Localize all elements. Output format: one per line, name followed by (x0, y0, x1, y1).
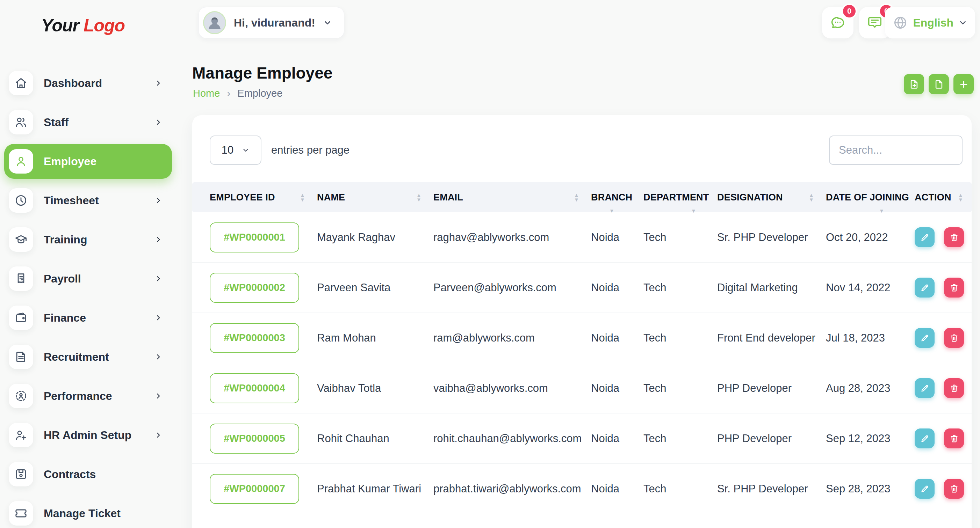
sidebar-item-employee[interactable]: Employee (4, 144, 172, 179)
sidebar-item-dashboard[interactable]: Dashboard (4, 66, 172, 101)
employee-branch: Noida (591, 483, 643, 495)
delete-button[interactable] (944, 328, 964, 348)
table-row: #WP0000003 Ram Mohan ram@ablyworks.com N… (192, 313, 972, 363)
breadcrumb-separator: › (227, 87, 230, 99)
entries-per-page-select[interactable]: 10 (210, 135, 261, 165)
chevron-right-icon (154, 275, 162, 282)
employee-email: prabhat.tiwari@ablyworks.com (433, 483, 591, 495)
pencil-icon (920, 333, 930, 343)
employee-email: vaibha@ablyworks.com (433, 382, 591, 395)
sidebar-item-staff[interactable]: Staff (4, 105, 172, 140)
edit-button[interactable] (915, 428, 935, 449)
employee-name: Rohit Chauhan (317, 432, 433, 445)
employee-id-badge[interactable]: #WP0000003 (210, 323, 299, 353)
target-icon (9, 384, 33, 408)
sidebar-item-label: Manage Ticket (44, 507, 121, 520)
trash-icon (949, 233, 959, 243)
employee-id-badge[interactable]: #WP0000005 (210, 423, 299, 453)
trash-icon (949, 484, 959, 494)
delete-button[interactable] (944, 277, 964, 298)
chevron-right-icon (154, 197, 162, 204)
sidebar-item-label: Timesheet (44, 194, 99, 207)
trash-icon (949, 333, 959, 343)
ticket-icon (9, 501, 33, 526)
trash-icon (949, 283, 959, 293)
sidebar-item-label: Training (44, 233, 87, 246)
user-plus-icon (9, 423, 33, 447)
sidebar-item-timesheet[interactable]: Timesheet (4, 183, 172, 218)
file-export-icon (909, 79, 920, 90)
sidebar-item-payroll[interactable]: Payroll (4, 261, 172, 296)
sidebar-item-performance[interactable]: Performance (4, 379, 172, 414)
delete-button[interactable] (944, 428, 964, 449)
edit-button[interactable] (915, 378, 935, 398)
globe-icon (892, 15, 908, 30)
employee-id-badge[interactable]: #WP0000004 (210, 373, 299, 403)
delete-button[interactable] (944, 227, 964, 247)
employee-department: Tech (643, 231, 717, 244)
search-input[interactable] (829, 135, 963, 165)
sort-icon: ▲▼ (416, 193, 422, 201)
file-button[interactable] (929, 74, 949, 94)
wallet-icon (9, 306, 33, 330)
th-designation[interactable]: DESIGNATION ▲▼ (717, 192, 826, 203)
employee-designation: Digital Marketing (717, 281, 826, 294)
th-date-of-joining[interactable]: DATE OF JOINING ▼ (826, 192, 915, 203)
sidebar-item-hr-admin-setup[interactable]: HR Admin Setup (4, 418, 172, 453)
chevron-right-icon (154, 431, 162, 439)
edit-button[interactable] (915, 328, 935, 348)
th-action[interactable]: ACTION ▲▼ (915, 192, 972, 203)
employee-icon (9, 149, 33, 174)
employee-designation: Sr. PHP Developer (717, 231, 826, 244)
topbar: Your Logo Hi, viduranand! 0 0 (0, 0, 980, 52)
th-branch[interactable]: BRANCH ▼ (591, 192, 643, 203)
th-email[interactable]: EMAIL ▲▼ (433, 192, 591, 203)
sidebar-item-recruitment[interactable]: Recruitment (4, 339, 172, 374)
edit-button[interactable] (915, 227, 935, 247)
language-label: English (913, 16, 953, 29)
add-employee-button[interactable] (953, 74, 974, 94)
employee-department: Tech (643, 281, 717, 294)
file-icon (934, 79, 944, 90)
sidebar-item-label: Staff (44, 116, 68, 129)
table-row: #WP0000001 Mayank Raghav raghav@ablywork… (192, 212, 972, 263)
pencil-icon (920, 384, 930, 393)
sidebar-item-contracts[interactable]: Contracts (4, 457, 172, 492)
sidebar-item-label: Finance (44, 311, 86, 324)
chevron-right-icon (154, 392, 162, 400)
employee-branch: Noida (591, 432, 643, 445)
th-name[interactable]: NAME ▲▼ (317, 192, 433, 203)
th-department[interactable]: DEPARTMENT ▼ (643, 192, 717, 203)
th-employee-id[interactable]: EMPLOYEE ID ▲▼ (210, 192, 317, 203)
pencil-icon (920, 484, 930, 494)
user-menu[interactable]: Hi, viduranand! (199, 7, 344, 38)
employee-email: Parveen@ablyworks.com (433, 281, 591, 294)
employee-date-of-joining: Aug 28, 2023 (826, 382, 915, 395)
employee-table-card: 10 entries per page EMPLOYEE ID ▲▼ NAME … (192, 115, 972, 528)
edit-button[interactable] (915, 277, 935, 298)
employee-name: Ram Mohan (317, 332, 433, 344)
scroll-icon (9, 345, 33, 369)
employee-id-badge[interactable]: #WP0000007 (210, 474, 299, 504)
employee-id-badge[interactable]: #WP0000002 (210, 273, 299, 303)
sidebar-item-training[interactable]: Training (4, 222, 172, 257)
delete-button[interactable] (944, 378, 964, 398)
sort-icon: ▲▼ (958, 193, 963, 201)
employee-id-badge[interactable]: #WP0000001 (210, 222, 299, 252)
table-row: #WP0000005 Rohit Chauhan rohit.chauhan@a… (192, 414, 972, 464)
chat-button[interactable]: 0 (822, 7, 853, 38)
home-icon (9, 71, 33, 95)
employee-branch: Noida (591, 382, 643, 395)
staff-icon (9, 110, 33, 135)
chevron-down-icon (323, 18, 332, 27)
breadcrumb-home-link[interactable]: Home (193, 88, 220, 99)
sort-icon: ▲▼ (574, 193, 579, 201)
export-file-button[interactable] (904, 74, 924, 94)
sidebar-item-finance[interactable]: Finance (4, 300, 172, 335)
language-selector[interactable]: English (885, 7, 975, 38)
edit-button[interactable] (915, 479, 935, 499)
delete-button[interactable] (944, 479, 964, 499)
sidebar-item-label: Recruitment (44, 350, 109, 363)
sidebar-item-manage-ticket[interactable]: Manage Ticket (4, 496, 172, 528)
greeting-text: Hi, viduranand! (234, 16, 315, 29)
